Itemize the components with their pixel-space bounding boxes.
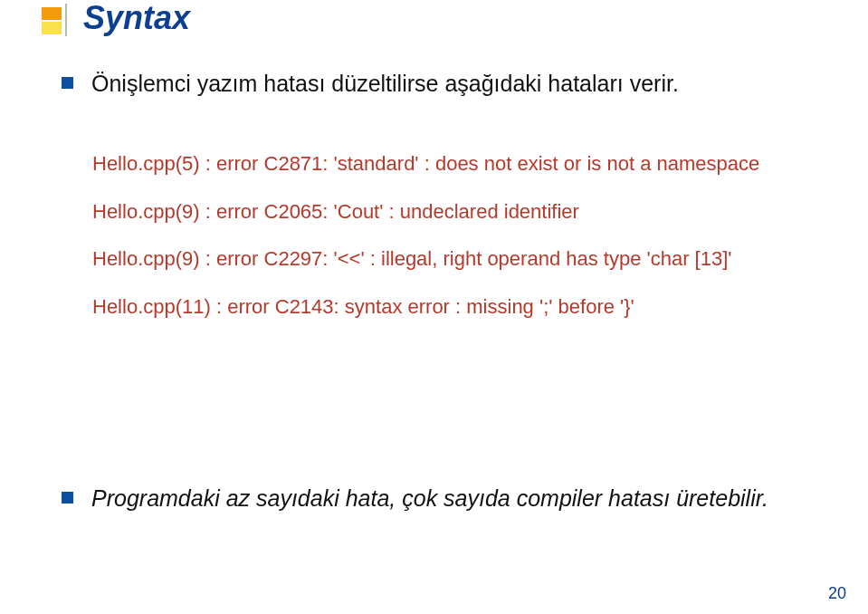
title-decor-line <box>65 4 67 36</box>
footnote-row: Programdaki az sayıdaki hata, çok sayıda… <box>62 484 825 518</box>
page-number: 20 <box>828 584 846 603</box>
page-title: Syntax <box>83 2 190 34</box>
slide: Syntax Önişlemci yazım hatası düzeltilir… <box>0 0 868 614</box>
footnote-text: Programdaki az sayıdaki hata, çok sayıda… <box>91 484 768 514</box>
title-decor-yellow <box>42 22 62 34</box>
title-block: Syntax <box>72 2 190 34</box>
square-bullet-icon <box>62 492 73 504</box>
intro-text: Önişlemci yazım hatası düzeltilirse aşağ… <box>91 69 679 100</box>
error-line-1: Hello.cpp(5) : error C2871: 'standard' :… <box>92 150 825 178</box>
error-line-3: Hello.cpp(9) : error C2297: '<<' : illeg… <box>92 245 825 273</box>
intro-bullet-row: Önişlemci yazım hatası düzeltilirse aşağ… <box>62 69 825 100</box>
error-line-2: Hello.cpp(9) : error C2065: 'Cout' : und… <box>92 198 825 226</box>
error-block: Hello.cpp(5) : error C2871: 'standard' :… <box>92 150 825 321</box>
footnote-bullet-row: Programdaki az sayıdaki hata, çok sayıda… <box>62 484 825 514</box>
title-decor-orange <box>42 7 62 20</box>
error-line-4: Hello.cpp(11) : error C2143: syntax erro… <box>92 293 825 321</box>
content-area: Önişlemci yazım hatası düzeltilirse aşağ… <box>62 69 825 341</box>
square-bullet-icon <box>62 77 73 89</box>
